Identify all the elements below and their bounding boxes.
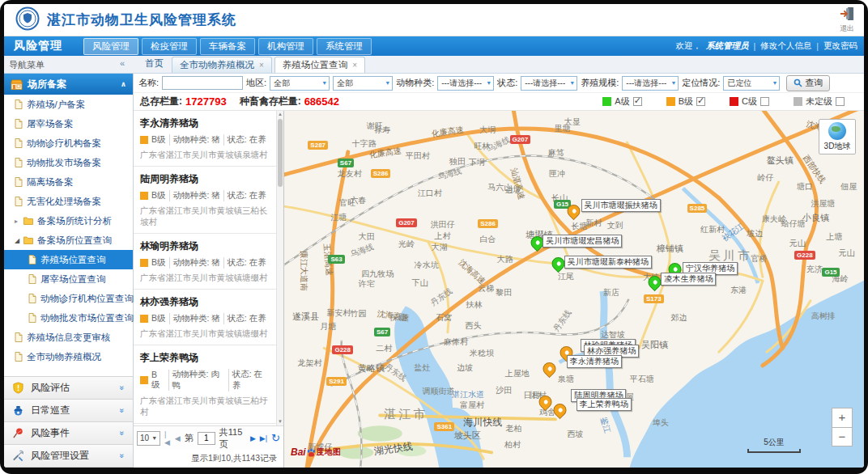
logout-button[interactable]: 退出 — [838, 6, 856, 34]
next-page-button[interactable]: ▶ — [250, 434, 256, 442]
accordion-risk-events[interactable]: 风险事件 » — [4, 422, 133, 445]
road-badge: S67 — [338, 159, 354, 167]
page-icon — [15, 197, 23, 206]
sidebar-item[interactable]: ▸ ◢ 无害化处理场备案 — [4, 192, 133, 211]
farm-name: 林亦强养猪场 — [140, 295, 272, 309]
farm-name: 李上荣养鸭场 — [140, 351, 272, 365]
zoom-in-button[interactable]: + — [832, 408, 853, 427]
farm-map-label[interactable]: 吴川市塘㙍宏昌猪场 — [542, 235, 622, 248]
sidebar-item[interactable]: ▸ ◢ 隔离场备案 — [4, 172, 133, 192]
expander-open-icon[interactable]: ◢ — [15, 237, 23, 244]
sidebar-section-premises[interactable]: 场所备案 ∧ — [4, 74, 133, 95]
sidebar-item[interactable]: ▸ ◢ 屠宰场备案 — [4, 114, 133, 133]
farm-list-item[interactable]: 李上荣养鸭场 B级 动物种类: 肉鸭 状态: 在养 广东省湛江市吴川市黄坡镇三柏… — [134, 345, 283, 424]
scrollbar-thumb[interactable] — [278, 119, 283, 187]
change-password-link[interactable]: 更改密码 — [823, 40, 857, 52]
location-select[interactable]: 已定位▼ — [723, 76, 780, 91]
grade-checkbox[interactable] — [836, 97, 845, 106]
sidebar-item[interactable]: ▸ ◢ 全市动物养殖概况 — [4, 347, 133, 366]
map-pin[interactable] — [649, 276, 662, 290]
tab-city-overview[interactable]: 全市动物养殖概况 × — [172, 57, 272, 73]
sidebar-item-label: 屠宰场备案 — [27, 118, 74, 130]
nav-tab[interactable]: 检疫管理 — [142, 38, 197, 55]
grade-checkbox[interactable] — [696, 97, 705, 106]
nav-tab[interactable]: 系统管理 — [317, 38, 372, 55]
tab-farm-location[interactable]: 养殖场位置查询 × — [274, 57, 365, 73]
tab-home[interactable]: 首页 — [142, 57, 172, 73]
species-select[interactable]: ---请选择---▼ — [437, 76, 494, 91]
farm-grade: B级 — [151, 257, 170, 269]
first-page-button[interactable]: |◀ — [164, 430, 171, 446]
grade-color-chip — [140, 315, 148, 323]
map-pin[interactable] — [553, 404, 567, 417]
farm-grade: B级 — [151, 370, 169, 391]
sidebar-item[interactable]: ▸ ◢ 动物诊疗机构位置查询 — [4, 289, 133, 308]
accordion-risk-settings[interactable]: 风险管理设置 » — [4, 445, 133, 468]
sidebar-item[interactable]: ▸ ◢ 动物批发市场位置查询 — [4, 308, 133, 328]
refresh-button[interactable]: ↻ — [271, 432, 280, 444]
page-size-select[interactable]: 10▼ — [137, 431, 160, 446]
edit-profile-link[interactable]: 修改个人信息 — [760, 40, 811, 52]
sidebar-collapse-button[interactable]: « — [120, 58, 125, 68]
farm-address: 广东省湛江市吴川市黄坡镇三柏圩村 — [140, 396, 272, 418]
region-select-2[interactable]: 全部▼ — [333, 76, 393, 91]
nav-tab[interactable]: 机构管理 — [258, 38, 313, 55]
sidebar-item[interactable]: ▸ ◢ 养殖场位置查询 — [4, 250, 133, 269]
close-icon[interactable]: × — [259, 61, 264, 70]
grade-color-chip — [602, 97, 611, 106]
grade-checkbox[interactable] — [633, 97, 642, 106]
list-scrollbar[interactable]: ▲ ▼ — [276, 111, 283, 425]
sidebar-item[interactable]: ▸ ◢ 动物批发市场备案 — [4, 153, 133, 172]
module-title: 风险管理 — [14, 39, 62, 53]
location-label: 定位情况: — [682, 77, 720, 89]
map-canvas[interactable]: 谢旺禄寿十字路化廉高速化廉高速平田村大坰旺林独田下坰乌海线乌海线乌海线汕湛高速麻… — [284, 111, 864, 468]
scale-select[interactable]: ---请选择---▼ — [622, 76, 679, 91]
farm-status: 状态: 在养 — [228, 313, 270, 324]
farm-list-item[interactable]: 李永清养猪场 B级 动物种类: 猪 状态: 在养 广东省湛江市吴川市黄坡镇泉塘村 — [134, 111, 283, 167]
farm-map-label[interactable]: 李上荣养鸭场 — [577, 398, 632, 411]
name-input[interactable] — [162, 76, 243, 90]
status-select[interactable]: ---请选择---▼ — [521, 76, 577, 91]
map-pin[interactable] — [538, 396, 552, 409]
sidebar-item[interactable]: ▸ ◢ 屠宰场位置查询 — [4, 269, 133, 289]
nav-tab[interactable]: 风险管理 — [83, 38, 138, 55]
prev-page-button[interactable]: ◀ — [175, 434, 181, 442]
map-pin[interactable] — [568, 205, 581, 218]
scroll-down-icon[interactable]: ▼ — [277, 418, 283, 425]
page-icon — [15, 332, 23, 342]
sidebar-item[interactable]: ▸ ◢ 养殖场信息变更审核 — [4, 328, 133, 347]
scroll-up-icon[interactable]: ▲ — [277, 111, 283, 118]
farm-map-label[interactable]: 吴川市塘㙍振扶猪场 — [581, 199, 661, 212]
page-input[interactable] — [198, 432, 215, 445]
search-icon — [794, 78, 802, 87]
close-icon[interactable]: × — [352, 61, 357, 70]
sidebar-item[interactable]: ▸ ◢ 养殖场/户备案 — [4, 95, 133, 114]
sidebar-item[interactable]: ▸ ◢ 备案场所位置查询 — [4, 231, 133, 250]
last-page-button[interactable]: ▶| — [260, 434, 267, 442]
grade-checkbox[interactable] — [760, 97, 769, 106]
accordion-risk-assessment[interactable]: 风险评估 » — [4, 377, 133, 400]
farm-list-item[interactable]: 林瑜明养猪场 B级 动物种类: 猪 状态: 在养 广东省湛江市吴川市黄坡镇塘缀村 — [134, 234, 283, 290]
sidebar-item[interactable]: ▸ ◢ 备案场所统计分析 — [4, 211, 133, 231]
farm-map-label[interactable]: 吴川市塘㙍新泰种猪场 — [564, 256, 652, 269]
farm-map-label[interactable]: 凌木生养猪场 — [661, 273, 716, 286]
accordion-daily-inspection[interactable]: 日常巡查 » — [4, 400, 133, 422]
road-badge: S285 — [687, 204, 708, 213]
zoom-out-button[interactable]: − — [832, 427, 853, 446]
map-pin[interactable] — [551, 257, 565, 271]
road-badge: G15 — [822, 268, 839, 277]
nav-tab[interactable]: 车辆备案 — [200, 38, 255, 55]
query-button[interactable]: 查询 — [786, 75, 830, 91]
map-pin[interactable] — [542, 362, 556, 376]
region-label: 地区: — [246, 77, 266, 89]
sidebar-item-label: 隔离场备案 — [27, 176, 74, 188]
expander-collapsed-icon[interactable]: ▸ — [15, 218, 23, 225]
farm-list-item[interactable]: 陆周明养猪场 B级 动物种类: 猪 状态: 在养 广东省湛江市吴川市黄坡镇三柏长… — [134, 167, 283, 234]
farm-map-label[interactable]: 李永清养猪场 — [567, 355, 622, 368]
sidebar-item[interactable]: ▸ ◢ 动物诊疗机构备案 — [4, 133, 133, 153]
farm-list-item[interactable]: 林亦强养猪场 B级 动物种类: 猪 状态: 在养 广东省湛江市吴川市黄坡镇塘缀村 — [134, 290, 283, 345]
region-select-1[interactable]: 全部▼ — [270, 76, 330, 91]
farm-name: 林瑜明养猪场 — [140, 239, 272, 253]
globe-3d-button[interactable]: 3D地球 — [819, 119, 856, 154]
stats-bar: 总存栏量: 1727793 种畜禽存栏量: 686542 A级 B级 — [134, 93, 864, 111]
